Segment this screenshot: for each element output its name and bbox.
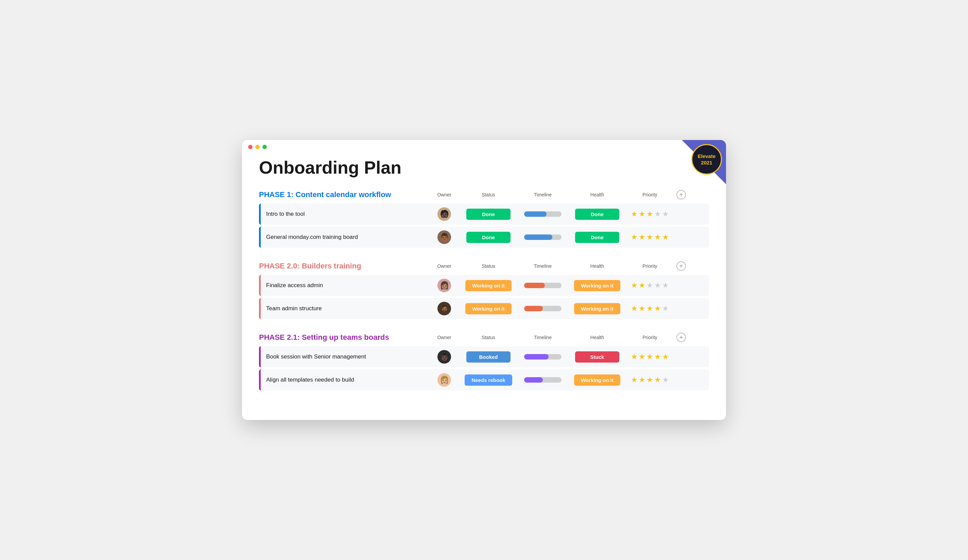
star-icon: ★: [662, 281, 669, 290]
avatar: 🧔🏾: [438, 302, 451, 315]
status-badge[interactable]: Done: [466, 209, 511, 220]
phase-section-phase21: PHASE 2.1: Setting up teams boards Owner…: [259, 333, 709, 391]
star-icon: ★: [646, 281, 653, 290]
star-icon: ★: [639, 376, 645, 384]
add-column-btn[interactable]: +: [674, 333, 686, 342]
health-badge[interactable]: Working on it: [574, 374, 620, 386]
timeline-fill: [524, 234, 552, 240]
star-icon: ★: [639, 352, 645, 361]
cell-health[interactable]: Working on it: [568, 303, 626, 314]
cell-health[interactable]: Done: [568, 209, 626, 220]
cell-status[interactable]: Done: [459, 209, 517, 220]
cell-status[interactable]: Done: [459, 232, 517, 243]
cell-priority: ★★★★★: [626, 376, 674, 384]
task-cells: 👩🏽 Working on it Working on it ★★★★★: [429, 278, 709, 292]
phase-header-phase2: PHASE 2.0: Builders training Owner Statu…: [259, 261, 709, 271]
plus-icon[interactable]: +: [676, 190, 686, 199]
cell-status[interactable]: Working on it: [459, 303, 517, 314]
timeline-fill: [524, 211, 547, 217]
star-icon: ★: [646, 376, 653, 384]
timeline-bar: [524, 306, 562, 311]
task-name: Finalize access admin: [261, 278, 429, 292]
star-icon: ★: [654, 210, 661, 219]
column-headers-phase1: Owner Status Timeline Health Priority +: [429, 190, 709, 199]
maximize-dot[interactable]: [262, 145, 267, 149]
star-icon: ★: [662, 352, 669, 361]
cell-priority: ★★★★★: [626, 210, 674, 219]
health-badge[interactable]: Done: [575, 232, 619, 243]
plus-icon[interactable]: +: [676, 261, 686, 271]
timeline-bar: [524, 211, 562, 217]
status-badge[interactable]: Done: [466, 232, 511, 243]
cell-status[interactable]: Needs rebook: [459, 374, 517, 386]
phase-section-phase1: PHASE 1: Content calendar workflow Owner…: [259, 190, 709, 248]
health-badge[interactable]: Working on it: [574, 303, 620, 314]
task-cells: 👩🏼 Needs rebook Working on it ★★★★★: [429, 373, 709, 387]
col-header-health: Health: [568, 263, 626, 269]
star-icon: ★: [646, 233, 653, 242]
star-icon: ★: [646, 352, 653, 361]
badge-line1: Elevate: [698, 153, 716, 160]
cell-health[interactable]: Stuck: [568, 351, 626, 363]
phase-section-phase2: PHASE 2.0: Builders training Owner Statu…: [259, 261, 709, 319]
cell-health[interactable]: Done: [568, 232, 626, 243]
table-row[interactable]: Intro to the tool 🧑🏿 Done Done ★★★★: [259, 204, 709, 225]
phase-header-phase21: PHASE 2.1: Setting up teams boards Owner…: [259, 333, 709, 342]
status-badge[interactable]: Booked: [466, 351, 511, 363]
task-name: General monday.com training board: [261, 230, 429, 244]
cell-health[interactable]: Working on it: [568, 374, 626, 386]
status-badge[interactable]: Working on it: [465, 303, 512, 314]
cell-timeline: [517, 211, 568, 217]
cell-priority: ★★★★★: [626, 233, 674, 242]
avatar: 👩🏼: [438, 373, 451, 387]
star-icon: ★: [639, 281, 645, 290]
star-icon: ★: [631, 376, 638, 384]
add-column-btn[interactable]: +: [674, 261, 686, 271]
star-icon: ★: [631, 304, 638, 313]
table-row[interactable]: Finalize access admin 👩🏽 Working on it W…: [259, 275, 709, 296]
star-icon: ★: [639, 233, 645, 242]
title-bar: [242, 140, 726, 154]
phase-title-phase2: PHASE 2.0: Builders training: [259, 262, 429, 270]
table-row[interactable]: Book session with Senior management 👨🏿 B…: [259, 346, 709, 367]
star-icon: ★: [654, 304, 661, 313]
health-badge[interactable]: Working on it: [574, 280, 620, 291]
cell-owner: 🧔🏾: [429, 302, 459, 315]
avatar: 👨🏾: [438, 230, 451, 244]
star-icon: ★: [662, 304, 669, 313]
col-header-owner: Owner: [429, 263, 459, 269]
badge-line2: 2021: [701, 159, 712, 166]
timeline-bar: [524, 283, 562, 288]
col-header-owner: Owner: [429, 335, 459, 340]
add-column-btn[interactable]: +: [674, 190, 686, 199]
close-dot[interactable]: [248, 145, 252, 149]
health-badge[interactable]: Done: [575, 209, 619, 220]
star-icon: ★: [646, 304, 653, 313]
timeline-fill: [524, 283, 545, 288]
col-header-status: Status: [459, 263, 517, 269]
health-badge[interactable]: Stuck: [575, 351, 619, 363]
col-header-priority: Priority: [626, 192, 674, 197]
star-icon: ★: [662, 210, 669, 219]
star-icon: ★: [662, 376, 669, 384]
cell-timeline: [517, 306, 568, 311]
table-row[interactable]: General monday.com training board 👨🏾 Don…: [259, 227, 709, 248]
timeline-bar: [524, 377, 562, 383]
task-cells: 🧔🏾 Working on it Working on it ★★★★★: [429, 302, 709, 315]
plus-icon[interactable]: +: [676, 333, 686, 342]
main-window: Elevate 2021 Onboarding Plan PHASE 1: Co…: [242, 140, 726, 420]
column-headers-phase21: Owner Status Timeline Health Priority +: [429, 333, 709, 342]
minimize-dot[interactable]: [255, 145, 260, 149]
status-badge[interactable]: Needs rebook: [465, 374, 512, 386]
cell-health[interactable]: Working on it: [568, 280, 626, 291]
task-cells: 🧑🏿 Done Done ★★★★★: [429, 207, 709, 221]
timeline-bar: [524, 234, 562, 240]
cell-status[interactable]: Working on it: [459, 280, 517, 291]
table-row[interactable]: Align all templates needed to build 👩🏼 N…: [259, 369, 709, 391]
star-icon: ★: [631, 352, 638, 361]
cell-priority: ★★★★★: [626, 281, 674, 290]
star-icon: ★: [654, 233, 661, 242]
cell-status[interactable]: Booked: [459, 351, 517, 363]
table-row[interactable]: Team admin structure 🧔🏾 Working on it Wo…: [259, 298, 709, 319]
status-badge[interactable]: Working on it: [465, 280, 512, 291]
